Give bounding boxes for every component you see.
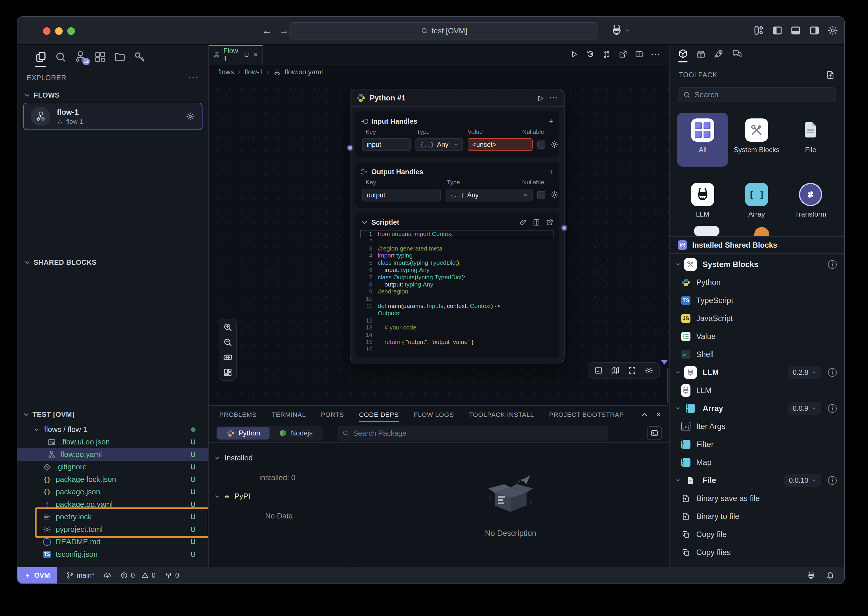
- version-select[interactable]: 0.0.10: [784, 474, 821, 487]
- block-item-map[interactable]: [ ]Map: [669, 453, 844, 471]
- block-item-llm[interactable]: LLM: [669, 382, 844, 399]
- breadcrumb-item[interactable]: flows: [218, 68, 234, 76]
- block-item-copy-flies[interactable]: Copy flies: [669, 544, 844, 561]
- assistant-rabbit-icon[interactable]: [807, 571, 816, 580]
- rerun-button[interactable]: [586, 50, 595, 59]
- add-input-handle-button[interactable]: +: [549, 117, 553, 126]
- toggle-panel-button[interactable]: [594, 366, 603, 375]
- activity-folder-icon[interactable]: [114, 51, 126, 63]
- back-button[interactable]: ←: [260, 24, 273, 37]
- tab-flow-1[interactable]: Flow 1 U ×: [209, 45, 263, 64]
- activity-flow-icon[interactable]: 12: [74, 51, 86, 63]
- toolpack-tile-transform[interactable]: Transform: [785, 177, 836, 218]
- pypi-section-header[interactable]: PyPI: [215, 492, 251, 501]
- sync-status[interactable]: [103, 572, 111, 579]
- open-terminal-button[interactable]: [647, 426, 662, 440]
- toggle-left-panel-button[interactable]: [772, 25, 783, 36]
- activity-search-icon[interactable]: [55, 51, 67, 63]
- maximize-window-button[interactable]: [67, 27, 75, 35]
- panel-tab-code-deps[interactable]: CODE DEPS: [359, 406, 399, 424]
- output-key-field[interactable]: [362, 189, 441, 201]
- attach-icon[interactable]: [519, 218, 527, 226]
- tab-chat[interactable]: [732, 49, 742, 59]
- block-item-value[interactable]: Value: [669, 327, 844, 346]
- export-button[interactable]: [619, 50, 627, 59]
- lang-python[interactable]: Python: [217, 427, 269, 440]
- block-item-shell[interactable]: >_Shell: [669, 346, 844, 363]
- shared-blocks-section-header[interactable]: SHARED BLOCKS: [24, 258, 97, 267]
- tree-file[interactable]: pyproject.tomlU: [17, 523, 208, 536]
- info-icon[interactable]: i: [828, 476, 837, 485]
- block-item-copy-file[interactable]: Copy file: [669, 525, 844, 544]
- block-item-binary-to-file[interactable]: Binary to file: [669, 508, 844, 525]
- block-group-array[interactable]: [ ]Array0.0.9i: [669, 399, 844, 418]
- block-item-copy-folder[interactable]: Copy folder: [669, 561, 844, 567]
- activity-files-icon[interactable]: [35, 51, 47, 63]
- toolpack-tile-array[interactable]: [ ]Array: [731, 177, 782, 218]
- ovm-status-button[interactable]: OVM: [17, 567, 57, 583]
- problems-status[interactable]: 0 0: [121, 571, 155, 580]
- tree-file[interactable]: flow.oo.yamlU: [17, 448, 208, 461]
- package-search-input[interactable]: Search Package: [337, 426, 608, 441]
- minimize-window-button[interactable]: [55, 27, 63, 35]
- block-item-iter-args[interactable]: [x]Iter Args: [669, 418, 844, 435]
- block-item-python[interactable]: Python: [669, 273, 844, 291]
- maximize-panel-icon[interactable]: [641, 411, 648, 419]
- toolpack-search-input[interactable]: Search: [678, 87, 836, 102]
- block-group-system-blocks[interactable]: System Blocksi: [669, 255, 844, 273]
- tab-deploy[interactable]: [714, 49, 724, 59]
- notifications-bell-icon[interactable]: [826, 571, 835, 580]
- add-output-handle-button[interactable]: +: [549, 167, 553, 176]
- ports-status[interactable]: 0: [165, 571, 179, 580]
- block-item-javascript[interactable]: JSJavaScript: [669, 310, 844, 327]
- split-editor-button[interactable]: [635, 50, 644, 59]
- version-select[interactable]: 0.2.8: [788, 366, 821, 379]
- forward-button[interactable]: →: [277, 24, 290, 37]
- output-settings-gear-icon[interactable]: [550, 190, 559, 199]
- block-group-file[interactable]: File0.0.10i: [669, 471, 844, 489]
- info-icon[interactable]: i: [828, 260, 837, 269]
- tab-close-icon[interactable]: ×: [254, 51, 258, 59]
- input-type-select[interactable]: {..}Any: [415, 138, 463, 151]
- customize-layout-button[interactable]: [753, 25, 764, 36]
- workspace-section-header[interactable]: TEST [OVM]: [23, 410, 75, 419]
- docs-icon[interactable]: [533, 218, 540, 226]
- zoom-in-button[interactable]: [223, 322, 233, 332]
- tree-folder[interactable]: flows / flow-1: [17, 423, 208, 436]
- node-more-icon[interactable]: ···: [550, 94, 558, 102]
- toolpack-tile-llm[interactable]: LLM: [677, 177, 728, 218]
- panel-tab-toolpack-install[interactable]: TOOLPACK INSTALL: [469, 406, 534, 424]
- version-select[interactable]: 0.0.9: [788, 402, 821, 415]
- panel-resize-handle[interactable]: [661, 360, 668, 365]
- tree-file[interactable]: iREADME.mdU: [17, 536, 208, 548]
- flows-section-header[interactable]: FLOWS: [24, 91, 60, 99]
- input-settings-gear-icon[interactable]: [550, 140, 559, 149]
- tree-file[interactable]: {}package-lock.jsonU: [17, 473, 208, 486]
- toggle-bottom-panel-button[interactable]: [790, 25, 801, 36]
- tree-file[interactable]: .gitignoreU: [17, 461, 208, 473]
- run-flow-button[interactable]: [570, 50, 578, 59]
- output-type-select[interactable]: {..}Any: [446, 189, 533, 201]
- toolpack-tile-all[interactable]: All: [677, 113, 728, 167]
- command-center-search[interactable]: test [OVM]: [290, 22, 598, 39]
- input-key-field[interactable]: [362, 138, 411, 151]
- scriptlet-code-editor[interactable]: 1from oocana import Context23#region gen…: [361, 231, 553, 353]
- output-handle-port[interactable]: [561, 225, 567, 231]
- canvas-settings-gear-icon[interactable]: [645, 366, 653, 375]
- toolpack-tile-system-blocks[interactable]: System Blocks: [731, 113, 782, 154]
- panel-tab-flow-logs[interactable]: FLOW LOGS: [414, 406, 454, 424]
- fullscreen-button[interactable]: [628, 366, 636, 375]
- lang-nodejs[interactable]: Nodejs: [269, 427, 322, 440]
- close-panel-icon[interactable]: ×: [656, 410, 661, 420]
- tree-file[interactable]: .flow.ui.oo.jsonU: [17, 436, 208, 448]
- fit-view-button[interactable]: [223, 352, 233, 362]
- new-block-button[interactable]: [826, 70, 835, 80]
- editor-more-button[interactable]: ···: [651, 50, 661, 59]
- input-nullable-checkbox[interactable]: [537, 140, 545, 149]
- block-item-filter[interactable]: [ ]Filter: [669, 435, 844, 453]
- auto-layout-button[interactable]: [223, 368, 233, 377]
- info-icon[interactable]: i: [828, 404, 837, 413]
- installed-section-header[interactable]: Installed: [215, 453, 253, 462]
- panel-tab-ports[interactable]: PORTS: [321, 406, 344, 424]
- output-nullable-checkbox[interactable]: [537, 191, 545, 199]
